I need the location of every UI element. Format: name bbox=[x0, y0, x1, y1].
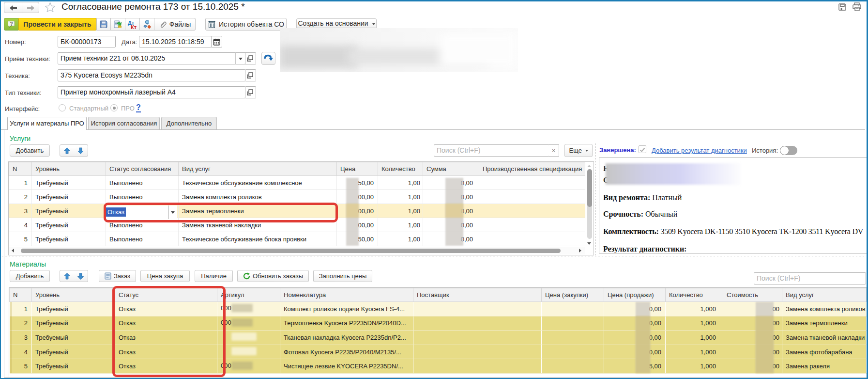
svg-text:?: ? bbox=[10, 21, 13, 27]
